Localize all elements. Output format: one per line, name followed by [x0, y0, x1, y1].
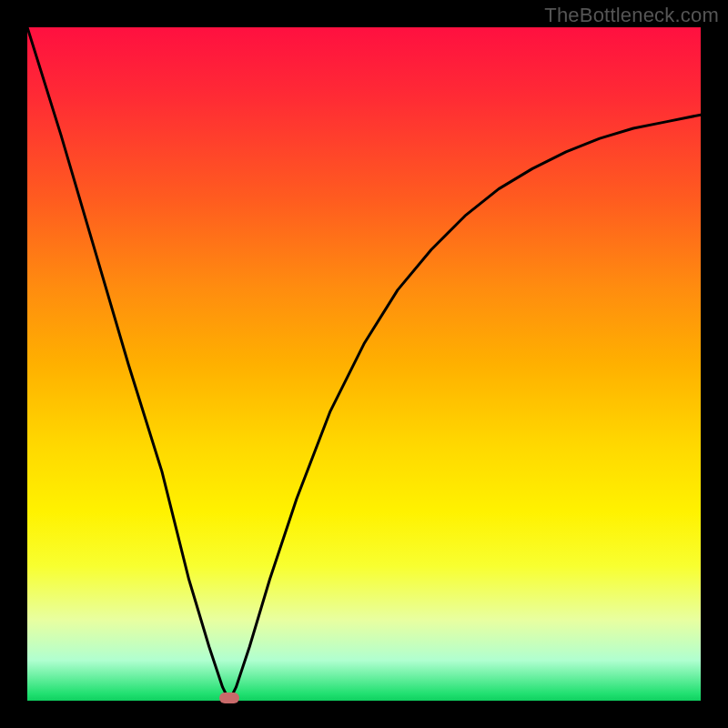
- bottleneck-curve: [27, 27, 701, 701]
- minimum-marker: [219, 693, 239, 703]
- watermark-text: TheBottleneck.com: [544, 4, 719, 27]
- chart-frame: TheBottleneck.com: [0, 0, 728, 728]
- chart-plot-area: [27, 27, 701, 701]
